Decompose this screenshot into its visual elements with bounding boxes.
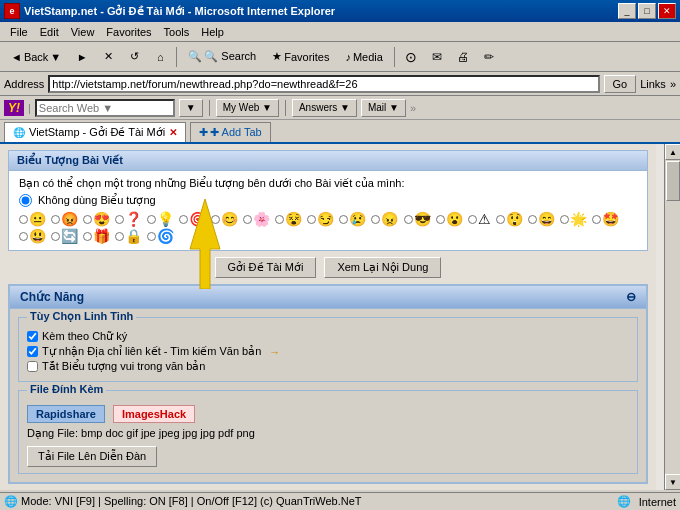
option-checkbox-2[interactable] (27, 346, 38, 357)
print-btn[interactable]: 🖨 (451, 45, 475, 69)
minimize-button[interactable]: _ (618, 3, 636, 19)
scrollbar[interactable]: ▲ ▼ (664, 144, 680, 490)
maximize-button[interactable]: □ (638, 3, 656, 19)
emoji-5: 💡 (157, 211, 174, 227)
scroll-up-button[interactable]: ▲ (665, 144, 680, 160)
close-button[interactable]: ✕ (658, 3, 676, 19)
emoji-item-17: 😄 (528, 211, 555, 227)
emoji-radio-10[interactable] (307, 215, 316, 224)
go-button[interactable]: Go (604, 75, 637, 93)
status-zone: Internet (639, 496, 676, 508)
emoji-radio-7[interactable] (211, 215, 220, 224)
emoji-radio-9[interactable] (275, 215, 284, 224)
status-text: 🌐 Mode: VNI [F9] | Spelling: ON [F8] | O… (4, 495, 617, 508)
emoji-radio-12[interactable] (371, 215, 380, 224)
emoji-item-22: 🎁 (83, 228, 110, 244)
emoji-radio-13[interactable] (404, 215, 413, 224)
emoji-radio-24[interactable] (147, 232, 156, 241)
emoji-radio-11[interactable] (339, 215, 348, 224)
no-icon-row: Không dùng Biểu tượng (19, 194, 637, 207)
emoji-9: 😵 (285, 211, 302, 227)
chucnang-body: Tùy Chọn Linh Tinh Kèm theo Chữ ký Tự nh… (10, 309, 646, 482)
menu-help[interactable]: Help (195, 24, 230, 40)
menu-file[interactable]: File (4, 24, 34, 40)
emoji-4: ❓ (125, 211, 142, 227)
menu-view[interactable]: View (65, 24, 101, 40)
stop-button[interactable]: ✕ (96, 45, 120, 69)
add-tab-button[interactable]: ✚ ✚ Add Tab (190, 122, 271, 142)
answers-btn[interactable]: Answers ▼ (292, 99, 357, 117)
emoji-item-14: 😮 (436, 211, 463, 227)
mail-btn-yahoo[interactable]: Mail ▼ (361, 99, 406, 117)
option-checkbox-3[interactable] (27, 361, 38, 372)
upload-button[interactable]: Tải File Lên Diễn Đàn (27, 446, 157, 467)
forward-button[interactable]: ► (70, 45, 94, 69)
favorites-button[interactable]: ★ Favorites (265, 45, 336, 69)
emoji-item-16: 😲 (496, 211, 523, 227)
emoji-radio-6[interactable] (179, 215, 188, 224)
yahoo-search-input[interactable] (35, 99, 175, 117)
file-box: File Đính Kèm Rapidshare ImagesHack Dạng… (18, 390, 638, 474)
address-bar: Address Go Links » (0, 72, 680, 96)
emoji-item-2: 😡 (51, 211, 78, 227)
emoji-radio-2[interactable] (51, 215, 60, 224)
emoji-21: 🔄 (61, 228, 78, 244)
emoji-radio-20[interactable] (19, 232, 28, 241)
option-label-1: Kèm theo Chữ ký (42, 330, 127, 343)
menu-edit[interactable]: Edit (34, 24, 65, 40)
mail-btn[interactable]: ✉ (425, 45, 449, 69)
emoji-radio-21[interactable] (51, 232, 60, 241)
yahoo-search-btn[interactable]: ▼ (179, 99, 203, 117)
scroll-thumb[interactable] (666, 161, 680, 201)
emoji-radio-16[interactable] (496, 215, 505, 224)
edit-btn[interactable]: ✏ (477, 45, 501, 69)
tab-label: VietStamp - Gởi Đề Tài Mới (29, 126, 165, 139)
back-button[interactable]: ◄ Back ▼ (4, 45, 68, 69)
tab-close-icon[interactable]: ✕ (169, 127, 177, 138)
emoji-19: 🤩 (602, 211, 619, 227)
emoji-11: 😢 (349, 211, 366, 227)
option-checkbox-1[interactable] (27, 331, 38, 342)
emoji-radio-22[interactable] (83, 232, 92, 241)
bieutung-section: Biểu Tượng Bài Viết Bạn có thể chọn một … (8, 150, 648, 251)
emoji-radio-3[interactable] (83, 215, 92, 224)
imageshack-link[interactable]: ImagesHack (113, 405, 195, 423)
chucnang-collapse-icon[interactable]: ⊖ (626, 290, 636, 304)
emoji-grid: 😐 😡 😍 ❓ 💡 🎯 😊 🌸 😵 😏 😢 😠 😎 😮 (19, 211, 637, 244)
chucnang-section: Chức Năng ⊖ Tùy Chọn Linh Tinh Kèm theo … (8, 284, 648, 484)
emoji-radio-18[interactable] (560, 215, 569, 224)
emoji-radio-15[interactable] (468, 215, 477, 224)
tuychon-title: Tùy Chọn Linh Tinh (27, 310, 136, 323)
scroll-down-button[interactable]: ▼ (665, 474, 680, 490)
back-dropdown-icon: ▼ (50, 51, 61, 63)
file-formats-row: Dạng File: bmp doc gif jpe jpeg jpg jpg … (27, 427, 629, 440)
submit-button[interactable]: Gởi Đề Tài Mới (215, 257, 317, 278)
emoji-radio-4[interactable] (115, 215, 124, 224)
search-button[interactable]: 🔍 🔍 Search (181, 45, 263, 69)
no-icon-radio[interactable] (19, 194, 32, 207)
title-bar: e VietStamp.net - Gởi Đề Tài Mới - Micro… (0, 0, 680, 22)
emoji-radio-19[interactable] (592, 215, 601, 224)
my-web-btn[interactable]: My Web ▼ (216, 99, 279, 117)
address-input[interactable] (48, 75, 599, 93)
rapidshare-link[interactable]: Rapidshare (27, 405, 105, 423)
media-button[interactable]: ♪ Media (338, 45, 389, 69)
emoji-radio-1[interactable] (19, 215, 28, 224)
emoji-8: 🌸 (253, 211, 270, 227)
emoji-radio-14[interactable] (436, 215, 445, 224)
emoji-radio-8[interactable] (243, 215, 252, 224)
menu-favorites[interactable]: Favorites (100, 24, 157, 40)
emoji-item-5: 💡 (147, 211, 174, 227)
emoji-radio-23[interactable] (115, 232, 124, 241)
refresh-button[interactable]: ↺ (122, 45, 146, 69)
menu-tools[interactable]: Tools (158, 24, 196, 40)
active-tab[interactable]: 🌐 VietStamp - Gởi Đề Tài Mới ✕ (4, 122, 186, 142)
history-btn[interactable]: ⊙ (399, 45, 423, 69)
emoji-radio-17[interactable] (528, 215, 537, 224)
home-button[interactable]: ⌂ (148, 45, 172, 69)
emoji-item-8: 🌸 (243, 211, 270, 227)
emoji-item-1: 😐 (19, 211, 46, 227)
preview-button[interactable]: Xem Lại Nội Dung (324, 257, 441, 278)
emoji-radio-5[interactable] (147, 215, 156, 224)
links-chevron: » (670, 78, 676, 90)
